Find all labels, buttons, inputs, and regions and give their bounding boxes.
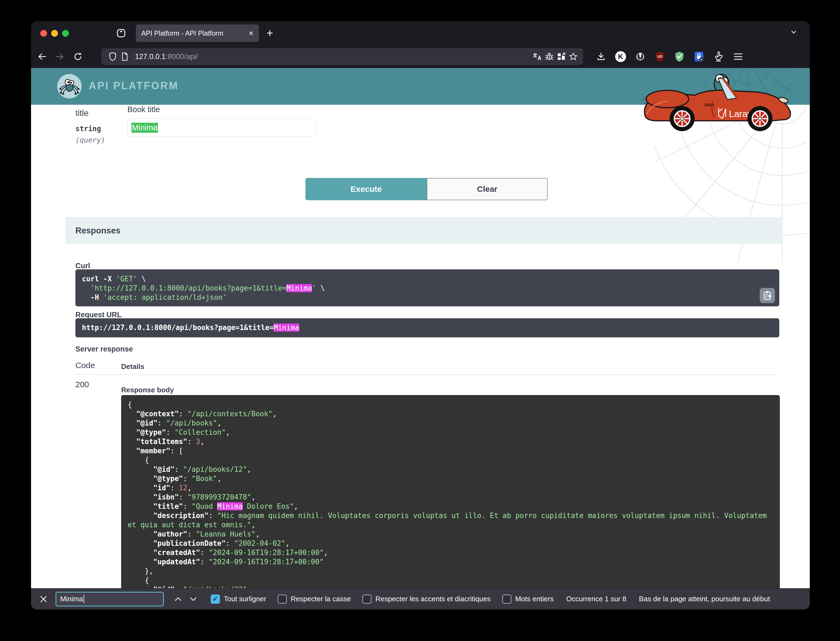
ublock-letters: UO: [657, 55, 663, 58]
adguard-icon[interactable]: [673, 50, 686, 63]
response-body-block: { "@context": "/api/contexts/Book", "@id…: [121, 395, 780, 588]
clear-button[interactable]: Clear: [427, 178, 548, 200]
request-url-block: http://127.0.0.1:8000/api/books?page=1&t…: [76, 318, 779, 337]
whole-words-label: Mots entiers: [515, 595, 554, 603]
whole-words-checkbox[interactable]: [502, 594, 511, 604]
param-type: string: [76, 125, 101, 133]
forward-button[interactable]: [53, 50, 67, 64]
highlight-all-option[interactable]: Tout surligner: [211, 594, 266, 604]
execute-button[interactable]: Execute: [305, 178, 427, 200]
curl-label: Curl: [76, 262, 90, 270]
split-view-icon[interactable]: [555, 51, 567, 63]
wrap-message: Bas de la page atteint, poursuite au déb…: [639, 595, 770, 603]
minimize-window-button[interactable]: [51, 30, 58, 37]
details-column-header: Details: [121, 362, 144, 371]
tab-title: API Platform - API Platform: [141, 29, 245, 37]
url-host: 127.0.0.1: [135, 53, 166, 61]
find-highlight-current: Minima: [131, 123, 158, 133]
responses-section-header: Responses: [65, 217, 783, 244]
find-bar: Minima Tout surligner Respecter la casse…: [31, 588, 810, 609]
password-lock-extension-icon[interactable]: [692, 50, 706, 63]
match-case-label: Respecter la casse: [291, 595, 351, 603]
list-tabs-chevron-icon[interactable]: [789, 29, 798, 35]
maximize-window-button[interactable]: [62, 30, 69, 37]
url-text: 127.0.0.1:8000/api/: [135, 53, 531, 61]
page-info-icon[interactable]: [119, 51, 131, 63]
hamburger-menu-icon[interactable]: [732, 50, 745, 63]
brand-wordmark: API PLATFORM: [89, 80, 179, 92]
param-name: title: [76, 108, 89, 118]
reload-button[interactable]: [71, 50, 85, 64]
request-url-label: Request URL: [76, 311, 122, 319]
highlight-all-checkbox[interactable]: [211, 594, 220, 604]
find-query: Minima: [60, 595, 83, 603]
url-bar[interactable]: 127.0.0.1:8000/api/: [101, 48, 583, 65]
find-previous-button[interactable]: [172, 593, 184, 605]
tab-close-icon[interactable]: ×: [245, 29, 253, 37]
match-case-checkbox[interactable]: [277, 594, 287, 604]
findbar-close-icon[interactable]: [37, 593, 50, 605]
match-diacritics-option[interactable]: Respecter les accents et diacritiques: [362, 594, 490, 604]
whole-words-option[interactable]: Mots entiers: [502, 594, 554, 604]
text-caret: [84, 595, 84, 604]
close-window-button[interactable]: [40, 30, 47, 37]
url-path: :8000/api/: [166, 53, 198, 61]
bookmark-star-icon[interactable]: [567, 51, 579, 63]
translate-icon[interactable]: [531, 51, 543, 63]
highlight-all-label: Tout surligner: [224, 595, 266, 603]
curl-command-block: curl -X 'GET' \ 'http://127.0.0.1:8000/a…: [76, 269, 779, 306]
match-case-option[interactable]: Respecter la casse: [277, 594, 351, 604]
browser-window: API Platform - API Platform × + 127.0.0.…: [31, 21, 810, 609]
front-wheel: [748, 106, 772, 131]
find-input[interactable]: Minima: [55, 592, 164, 606]
shield-icon[interactable]: [107, 51, 119, 63]
server-response-label: Server response: [76, 345, 133, 353]
api-platform-logo: [57, 74, 82, 98]
responses-heading: Responses: [76, 226, 120, 236]
match-diacritics-label: Respecter les accents et diacritiques: [376, 595, 490, 603]
downloads-icon[interactable]: [595, 50, 608, 63]
find-next-button[interactable]: [187, 593, 199, 605]
title-query-input[interactable]: Minima: [127, 119, 316, 137]
nav-toolbar: 127.0.0.1:8000/api/ K: [31, 45, 810, 68]
laravel-car-illustration: Laravel: [641, 73, 799, 135]
action-buttons: Execute Clear: [305, 178, 548, 200]
status-code: 200: [76, 380, 89, 389]
kagi-badge: K: [615, 51, 626, 62]
browser-tab[interactable]: API Platform - API Platform ×: [136, 24, 259, 42]
traffic-lights: [40, 30, 69, 37]
match-diacritics-checkbox[interactable]: [362, 594, 372, 604]
kagi-extension-icon[interactable]: K: [614, 50, 627, 63]
param-location: (query): [76, 136, 105, 144]
new-tab-button[interactable]: +: [266, 28, 273, 39]
copy-to-clipboard-button[interactable]: [760, 288, 775, 303]
occurrence-status: Occurrence 1 sur 8: [566, 595, 626, 603]
rear-wheel: [670, 106, 695, 131]
field-label: Book title: [127, 105, 160, 114]
page-content: API PLATFORM: [31, 68, 810, 588]
response-body-label: Response body: [121, 386, 174, 394]
table-divider: [76, 374, 779, 375]
firefox-view-icon[interactable]: [116, 28, 127, 39]
privacy-badger-icon[interactable]: [634, 50, 647, 63]
extension-row: K UO: [595, 50, 745, 63]
share-hand-icon[interactable]: [712, 50, 725, 63]
ublock-origin-icon[interactable]: UO: [653, 50, 666, 63]
code-column-header: Code: [76, 361, 95, 370]
bug-debug-icon[interactable]: [543, 51, 555, 63]
back-button[interactable]: [35, 50, 49, 64]
tab-strip: API Platform - API Platform × +: [31, 21, 810, 45]
